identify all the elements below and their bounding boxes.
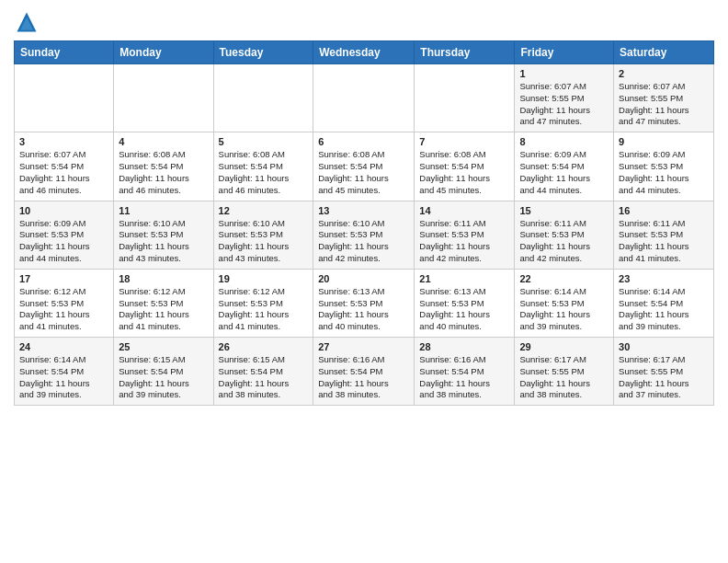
day-info: Sunrise: 6:17 AM Sunset: 5:55 PM Dayligh…	[619, 354, 709, 401]
calendar-cell: 12Sunrise: 6:10 AM Sunset: 5:53 PM Dayli…	[213, 201, 313, 269]
day-info: Sunrise: 6:16 AM Sunset: 5:54 PM Dayligh…	[419, 354, 509, 401]
day-number: 14	[419, 205, 509, 216]
calendar-day-header: Monday	[114, 41, 213, 64]
calendar-cell: 19Sunrise: 6:12 AM Sunset: 5:53 PM Dayli…	[213, 269, 313, 337]
calendar-cell: 8Sunrise: 6:09 AM Sunset: 5:54 PM Daylig…	[515, 132, 614, 201]
day-number: 16	[619, 205, 709, 216]
day-info: Sunrise: 6:12 AM Sunset: 5:53 PM Dayligh…	[119, 286, 208, 333]
header	[14, 9, 714, 35]
day-number: 19	[219, 273, 309, 284]
calendar-cell: 2Sunrise: 6:07 AM Sunset: 5:55 PM Daylig…	[614, 64, 714, 132]
calendar-cell: 26Sunrise: 6:15 AM Sunset: 5:54 PM Dayli…	[213, 338, 313, 406]
day-number: 30	[619, 341, 709, 352]
calendar-cell: 13Sunrise: 6:10 AM Sunset: 5:53 PM Dayli…	[313, 201, 415, 269]
day-info: Sunrise: 6:07 AM Sunset: 5:54 PM Dayligh…	[19, 149, 108, 196]
calendar-cell: 9Sunrise: 6:09 AM Sunset: 5:53 PM Daylig…	[614, 132, 714, 201]
calendar-cell: 5Sunrise: 6:08 AM Sunset: 5:54 PM Daylig…	[213, 132, 313, 201]
calendar-cell: 14Sunrise: 6:11 AM Sunset: 5:53 PM Dayli…	[415, 201, 515, 269]
calendar-week-row: 3Sunrise: 6:07 AM Sunset: 5:54 PM Daylig…	[15, 132, 714, 201]
day-info: Sunrise: 6:14 AM Sunset: 5:54 PM Dayligh…	[619, 286, 709, 333]
calendar-cell	[213, 64, 313, 132]
day-number: 17	[19, 273, 108, 284]
logo-icon	[14, 9, 40, 35]
calendar-week-row: 10Sunrise: 6:09 AM Sunset: 5:53 PM Dayli…	[15, 201, 714, 269]
day-info: Sunrise: 6:11 AM Sunset: 5:53 PM Dayligh…	[619, 218, 709, 265]
calendar-cell: 3Sunrise: 6:07 AM Sunset: 5:54 PM Daylig…	[15, 132, 114, 201]
calendar-week-row: 24Sunrise: 6:14 AM Sunset: 5:54 PM Dayli…	[15, 338, 714, 406]
day-info: Sunrise: 6:16 AM Sunset: 5:54 PM Dayligh…	[318, 354, 409, 401]
day-info: Sunrise: 6:10 AM Sunset: 5:53 PM Dayligh…	[219, 218, 309, 265]
day-info: Sunrise: 6:10 AM Sunset: 5:53 PM Dayligh…	[318, 218, 409, 265]
calendar-cell: 29Sunrise: 6:17 AM Sunset: 5:55 PM Dayli…	[515, 338, 614, 406]
calendar-cell	[15, 64, 114, 132]
calendar-table: SundayMondayTuesdayWednesdayThursdayFrid…	[14, 40, 714, 406]
day-info: Sunrise: 6:17 AM Sunset: 5:55 PM Dayligh…	[519, 354, 609, 401]
calendar-cell: 23Sunrise: 6:14 AM Sunset: 5:54 PM Dayli…	[614, 269, 714, 337]
calendar-cell: 21Sunrise: 6:13 AM Sunset: 5:53 PM Dayli…	[415, 269, 515, 337]
day-number: 28	[419, 341, 509, 352]
day-info: Sunrise: 6:14 AM Sunset: 5:53 PM Dayligh…	[519, 286, 609, 333]
calendar-cell: 7Sunrise: 6:08 AM Sunset: 5:54 PM Daylig…	[415, 132, 515, 201]
day-info: Sunrise: 6:14 AM Sunset: 5:54 PM Dayligh…	[19, 354, 108, 401]
calendar-day-header: Tuesday	[213, 41, 313, 64]
day-info: Sunrise: 6:08 AM Sunset: 5:54 PM Dayligh…	[119, 149, 208, 196]
day-number: 1	[519, 68, 609, 79]
calendar-week-row: 17Sunrise: 6:12 AM Sunset: 5:53 PM Dayli…	[15, 269, 714, 337]
calendar-cell: 6Sunrise: 6:08 AM Sunset: 5:54 PM Daylig…	[313, 132, 415, 201]
day-number: 5	[219, 136, 309, 147]
calendar-cell: 10Sunrise: 6:09 AM Sunset: 5:53 PM Dayli…	[15, 201, 114, 269]
calendar-cell: 20Sunrise: 6:13 AM Sunset: 5:53 PM Dayli…	[313, 269, 415, 337]
day-info: Sunrise: 6:13 AM Sunset: 5:53 PM Dayligh…	[419, 286, 509, 333]
day-info: Sunrise: 6:08 AM Sunset: 5:54 PM Dayligh…	[419, 149, 509, 196]
calendar-cell: 30Sunrise: 6:17 AM Sunset: 5:55 PM Dayli…	[614, 338, 714, 406]
calendar-day-header: Saturday	[614, 41, 714, 64]
calendar-cell: 24Sunrise: 6:14 AM Sunset: 5:54 PM Dayli…	[15, 338, 114, 406]
day-number: 22	[519, 273, 609, 284]
day-number: 11	[119, 205, 208, 216]
day-info: Sunrise: 6:08 AM Sunset: 5:54 PM Dayligh…	[318, 149, 409, 196]
day-number: 23	[619, 273, 709, 284]
calendar-cell	[313, 64, 415, 132]
day-number: 6	[318, 136, 409, 147]
day-number: 15	[519, 205, 609, 216]
page: SundayMondayTuesdayWednesdayThursdayFrid…	[0, 0, 728, 415]
day-info: Sunrise: 6:10 AM Sunset: 5:53 PM Dayligh…	[119, 218, 208, 265]
day-info: Sunrise: 6:09 AM Sunset: 5:53 PM Dayligh…	[619, 149, 709, 196]
calendar-cell: 4Sunrise: 6:08 AM Sunset: 5:54 PM Daylig…	[114, 132, 213, 201]
day-info: Sunrise: 6:09 AM Sunset: 5:53 PM Dayligh…	[19, 218, 108, 265]
day-number: 2	[619, 68, 709, 79]
day-info: Sunrise: 6:15 AM Sunset: 5:54 PM Dayligh…	[119, 354, 208, 401]
calendar-cell: 22Sunrise: 6:14 AM Sunset: 5:53 PM Dayli…	[515, 269, 614, 337]
day-number: 7	[419, 136, 509, 147]
day-number: 20	[318, 273, 409, 284]
day-info: Sunrise: 6:13 AM Sunset: 5:53 PM Dayligh…	[318, 286, 409, 333]
day-info: Sunrise: 6:08 AM Sunset: 5:54 PM Dayligh…	[219, 149, 309, 196]
calendar-cell: 1Sunrise: 6:07 AM Sunset: 5:55 PM Daylig…	[515, 64, 614, 132]
calendar-cell: 11Sunrise: 6:10 AM Sunset: 5:53 PM Dayli…	[114, 201, 213, 269]
day-info: Sunrise: 6:12 AM Sunset: 5:53 PM Dayligh…	[19, 286, 108, 333]
day-info: Sunrise: 6:07 AM Sunset: 5:55 PM Dayligh…	[519, 81, 609, 128]
day-number: 12	[219, 205, 309, 216]
day-info: Sunrise: 6:11 AM Sunset: 5:53 PM Dayligh…	[519, 218, 609, 265]
day-number: 21	[419, 273, 509, 284]
day-number: 26	[219, 341, 309, 352]
calendar-cell: 28Sunrise: 6:16 AM Sunset: 5:54 PM Dayli…	[415, 338, 515, 406]
day-number: 8	[519, 136, 609, 147]
calendar-cell: 15Sunrise: 6:11 AM Sunset: 5:53 PM Dayli…	[515, 201, 614, 269]
calendar-week-row: 1Sunrise: 6:07 AM Sunset: 5:55 PM Daylig…	[15, 64, 714, 132]
day-info: Sunrise: 6:15 AM Sunset: 5:54 PM Dayligh…	[219, 354, 309, 401]
calendar-day-header: Thursday	[415, 41, 515, 64]
calendar-day-header: Wednesday	[313, 41, 415, 64]
day-number: 18	[119, 273, 208, 284]
calendar-cell: 27Sunrise: 6:16 AM Sunset: 5:54 PM Dayli…	[313, 338, 415, 406]
calendar-day-header: Friday	[515, 41, 614, 64]
day-number: 29	[519, 341, 609, 352]
calendar-cell	[114, 64, 213, 132]
day-number: 13	[318, 205, 409, 216]
calendar-header-row: SundayMondayTuesdayWednesdayThursdayFrid…	[15, 41, 714, 64]
day-number: 27	[318, 341, 409, 352]
calendar-cell: 18Sunrise: 6:12 AM Sunset: 5:53 PM Dayli…	[114, 269, 213, 337]
day-info: Sunrise: 6:07 AM Sunset: 5:55 PM Dayligh…	[619, 81, 709, 128]
day-info: Sunrise: 6:11 AM Sunset: 5:53 PM Dayligh…	[419, 218, 509, 265]
logo	[14, 9, 43, 35]
